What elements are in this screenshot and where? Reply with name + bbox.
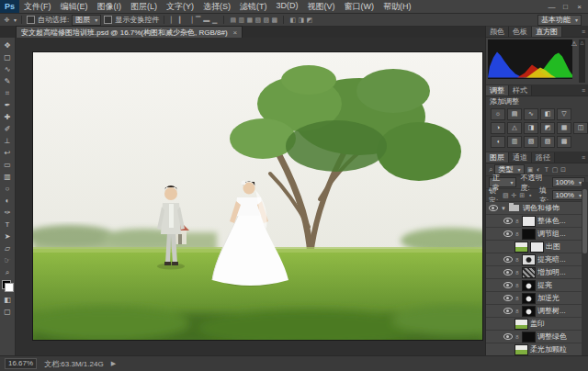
opacity-dropdown[interactable]: 100% ▾ xyxy=(552,177,585,187)
distribute-bottom-edges-icon[interactable]: ▦ xyxy=(245,15,254,25)
move-tool[interactable]: ✥ xyxy=(0,39,15,51)
type-tool[interactable]: T xyxy=(0,219,15,230)
lock-all-icon[interactable]: ▪ xyxy=(526,190,535,200)
quick-selection-tool[interactable]: ✎ xyxy=(0,75,15,87)
histogram-tab-color[interactable]: 颜色 xyxy=(486,27,509,37)
brush-tool[interactable]: ✐ xyxy=(0,123,15,135)
clone-stamp-tool[interactable]: ⊥ xyxy=(0,135,15,147)
layers-tab-layers[interactable]: 图层 xyxy=(486,152,509,163)
vibrance-adjustment-icon[interactable]: ▽ xyxy=(557,108,571,120)
blur-tool[interactable]: ○ xyxy=(0,183,15,195)
histogram-panel-menu-icon[interactable]: ≡ xyxy=(582,27,588,37)
distribute-left-edges-icon[interactable]: ▧ xyxy=(254,15,262,25)
layer-row-add-backlight[interactable]: 8加逆光 xyxy=(486,292,588,305)
layers-scrollbar[interactable] xyxy=(582,182,588,356)
align-bottom-edges-icon[interactable]: ▁ xyxy=(210,15,219,25)
3d-mode-pan-icon[interactable]: ◩ xyxy=(305,15,313,25)
histogram-warning-icon[interactable]: ⚠ xyxy=(571,40,577,48)
color-balance-adjustment-icon[interactable]: △ xyxy=(507,122,522,134)
histogram-tab-histogram[interactable]: 直方图 xyxy=(532,27,562,37)
menu-edit[interactable]: 编辑(E) xyxy=(56,1,93,13)
channel-mixer-adjustment-icon[interactable]: ▦ xyxy=(557,122,571,134)
photo-filter-adjustment-icon[interactable]: ◩ xyxy=(540,122,555,134)
layer-mask-thumbnail[interactable] xyxy=(522,332,536,343)
layer-mask-thumbnail[interactable] xyxy=(530,242,544,253)
posterize-adjustment-icon[interactable]: ▥ xyxy=(507,136,522,148)
lock-pixels-icon[interactable]: ⊞ xyxy=(518,190,526,200)
marquee-tool[interactable]: ▢ xyxy=(0,51,15,63)
lock-transparency-icon[interactable]: ▨ xyxy=(502,190,510,200)
layer-row-stamp[interactable]: 盖印 xyxy=(486,318,588,331)
histogram-slider[interactable]: △ xyxy=(579,39,585,83)
selective-color-adjustment-icon[interactable]: ▩ xyxy=(557,136,571,148)
fill-dropdown[interactable]: 100% ▾ xyxy=(552,190,585,200)
pen-tool[interactable]: ✑ xyxy=(0,207,15,219)
align-horizontal-centers-icon[interactable]: ▎ xyxy=(177,15,186,25)
menu-select[interactable]: 选择(S) xyxy=(198,1,235,13)
layer-row-brighten[interactable]: 8提亮 xyxy=(486,279,588,292)
layer-row-add-contrast[interactable]: 8增加明... xyxy=(486,266,588,279)
menu-image[interactable]: 图像(I) xyxy=(93,1,127,13)
background-color-swatch[interactable] xyxy=(5,283,14,292)
shape-tool[interactable]: ▱ xyxy=(0,242,15,254)
lock-position-icon[interactable]: ✛ xyxy=(510,190,518,200)
distribute-vertical-centers-icon[interactable]: ▥ xyxy=(237,15,245,25)
layers-tab-channels[interactable]: 通道 xyxy=(509,152,532,163)
group-expand-caret-icon[interactable]: ▼ xyxy=(500,206,507,211)
layer-row-adjust-group[interactable]: 8调节组... xyxy=(486,228,588,241)
adjustments-tab-styles[interactable]: 样式 xyxy=(509,85,532,96)
layer-row-group-retouch[interactable]: ▼调色和修饰 xyxy=(486,202,588,215)
menu-window[interactable]: 窗口(W) xyxy=(340,1,379,13)
layer-visibility-toggle[interactable] xyxy=(503,333,513,340)
layer-row-overall-tone[interactable]: 8整体色... xyxy=(486,215,588,228)
layer-visibility-toggle[interactable] xyxy=(503,295,513,301)
layer-thumbnail[interactable] xyxy=(514,319,528,330)
menu-file[interactable]: 文件(F) xyxy=(19,1,56,13)
distribute-right-edges-icon[interactable]: ▩ xyxy=(270,15,278,25)
black-white-adjustment-icon[interactable]: ◨ xyxy=(524,122,538,134)
layer-visibility-toggle[interactable] xyxy=(503,282,513,288)
align-top-edges-icon[interactable]: ▔ xyxy=(194,15,202,25)
document-image[interactable] xyxy=(33,52,482,340)
close-button[interactable]: × xyxy=(572,1,586,13)
adjustments-tab-adjustments[interactable]: 调整 xyxy=(486,85,509,96)
quick-mask-button[interactable]: ◧ xyxy=(0,294,15,306)
crop-tool[interactable]: ⌗ xyxy=(0,87,15,99)
layer-row-adjust-green[interactable]: 8调整绿色 xyxy=(486,331,588,343)
gradient-map-adjustment-icon[interactable]: ▨ xyxy=(540,136,555,148)
layer-visibility-toggle[interactable] xyxy=(488,205,498,211)
curves-adjustment-icon[interactable]: ∿ xyxy=(524,108,538,120)
path-selection-tool[interactable]: ➤ xyxy=(0,230,15,242)
align-left-edges-icon[interactable]: ▏ xyxy=(169,15,177,25)
exposure-adjustment-icon[interactable]: ◧ xyxy=(540,108,555,120)
layer-visibility-toggle[interactable] xyxy=(503,256,513,263)
auto-align-layers-icon[interactable]: ◧ xyxy=(288,15,297,25)
show-transform-checkbox[interactable] xyxy=(104,16,112,24)
tool-preset-caret-icon[interactable]: ▾ xyxy=(14,17,17,23)
invert-adjustment-icon[interactable]: ◖ xyxy=(491,136,505,148)
histogram-tab-swatches[interactable]: 色板 xyxy=(509,27,532,37)
screen-mode-button[interactable]: ▢ xyxy=(0,306,15,318)
eyedropper-tool[interactable]: ✒ xyxy=(0,99,15,111)
distribute-horizontal-centers-icon[interactable]: ▨ xyxy=(262,15,270,25)
brightness-contrast-adjustment-icon[interactable]: ☼ xyxy=(491,108,505,120)
workspace-switcher[interactable]: 基本功能 ▾ xyxy=(537,15,582,26)
close-tab-icon[interactable]: × xyxy=(233,28,238,37)
layers-panel-menu-icon[interactable]: ≡ xyxy=(582,152,588,163)
layer-mask-thumbnail[interactable] xyxy=(522,280,536,291)
filter-shape-layers-icon[interactable]: ▢ xyxy=(551,164,560,174)
layer-mask-thumbnail[interactable] xyxy=(522,254,536,265)
zoom-level-field[interactable]: 16.67% xyxy=(5,358,37,369)
color-lookup-adjustment-icon[interactable]: ◫ xyxy=(573,122,588,134)
layer-mask-thumbnail[interactable] xyxy=(522,229,536,240)
menu-layer[interactable]: 图层(L) xyxy=(126,1,162,13)
canvas-area[interactable] xyxy=(16,38,486,356)
layer-thumbnail[interactable] xyxy=(514,344,528,355)
layer-mask-thumbnail[interactable] xyxy=(522,293,536,304)
lasso-tool[interactable]: ∿ xyxy=(0,63,15,75)
menu-type[interactable]: 文字(Y) xyxy=(162,1,198,13)
auto-select-target-dropdown[interactable]: 图层 ▾ xyxy=(72,15,101,26)
3d-mode-orbit-icon[interactable]: ◨ xyxy=(297,15,305,25)
layer-thumbnail[interactable] xyxy=(514,242,528,253)
layers-tab-paths[interactable]: 路径 xyxy=(532,152,555,163)
